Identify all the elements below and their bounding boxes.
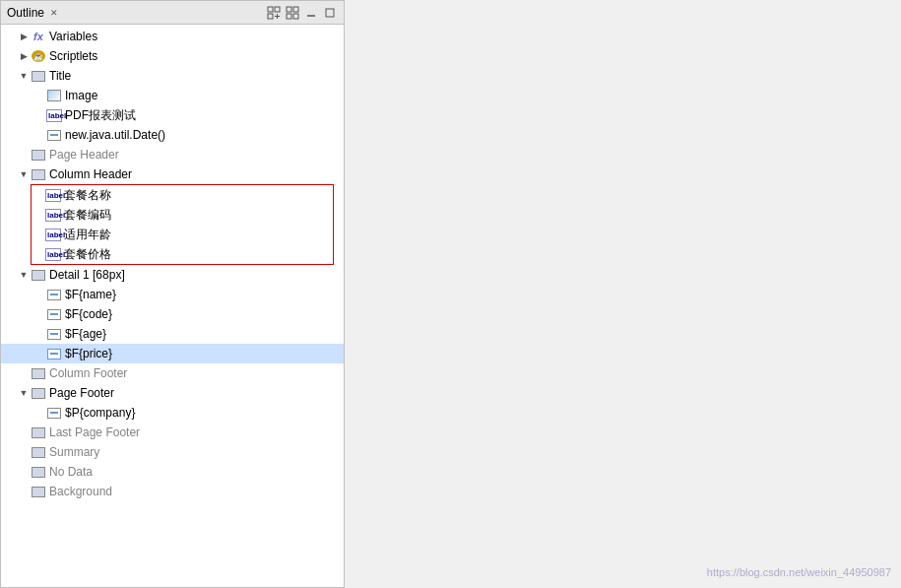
tree-item-summary[interactable]: Summary — [1, 442, 344, 462]
label-icon-ch-code: label — [45, 207, 61, 223]
tree-item-last-page-footer[interactable]: Last Page Footer — [1, 423, 344, 442]
last-page-footer-band-icon — [31, 425, 46, 440]
script-icon: ☕ — [31, 48, 46, 64]
summary-band-icon — [31, 444, 46, 460]
collapse-all-button[interactable] — [266, 5, 282, 21]
detail1-label: Detail 1 [68px] — [49, 268, 344, 282]
minimize-button[interactable] — [303, 5, 319, 21]
label-icon-pdf: label — [46, 107, 62, 123]
expand-arrow-title[interactable]: ▼ — [17, 71, 31, 81]
tree-item-detail-name[interactable]: $F{name} — [1, 285, 344, 304]
title-date-label: new.java.util.Date() — [65, 128, 344, 142]
tree-content[interactable]: ▶ fx Variables ▶ ☕ Scriptlets ▼ — [1, 25, 344, 587]
tree-item-column-footer[interactable]: Column Footer — [1, 363, 344, 383]
tree-item-ch-price[interactable]: label 套餐价格 — [32, 244, 333, 264]
close-x-icon: ✕ — [50, 8, 58, 18]
tree-item-detail-age[interactable]: $F{age} — [1, 324, 344, 344]
textfield-icon-fage — [46, 326, 62, 342]
variables-label: Variables — [49, 30, 344, 43]
background-band-icon — [31, 484, 46, 499]
tree-item-column-header[interactable]: ▼ Column Header — [1, 164, 344, 184]
svg-rect-2 — [268, 14, 273, 19]
expand-arrow-detail1[interactable]: ▼ — [17, 270, 31, 280]
expand-arrow-variables[interactable]: ▶ — [17, 32, 31, 41]
tree-item-scriptlets[interactable]: ▶ ☕ Scriptlets — [1, 46, 344, 66]
page-header-label: Page Header — [49, 148, 344, 162]
title-label: Title — [49, 69, 344, 83]
last-page-footer-label: Last Page Footer — [49, 425, 344, 439]
svg-rect-1 — [275, 7, 280, 12]
scriptlets-label: Scriptlets — [49, 49, 344, 63]
column-header-band-icon — [31, 166, 46, 182]
expand-arrow-page-footer[interactable]: ▼ — [17, 388, 31, 398]
column-header-red-box: label 套餐名称 label 套餐编码 label — [31, 184, 334, 265]
svg-rect-8 — [293, 14, 298, 19]
tree-item-page-footer[interactable]: ▼ Page Footer — [1, 383, 344, 403]
svg-rect-7 — [287, 14, 291, 19]
ch-age-label: 适用年龄 — [64, 227, 333, 243]
ch-code-label: 套餐编码 — [64, 207, 333, 224]
label-icon-ch-price: label — [45, 246, 61, 262]
tree-item-no-data[interactable]: No Data — [1, 462, 344, 482]
summary-label: Summary — [49, 445, 344, 459]
panel-title: Outline ✕ — [7, 6, 58, 20]
expand-arrow-scriptlets[interactable]: ▶ — [17, 51, 31, 61]
expand-arrow-column-header[interactable]: ▼ — [17, 169, 31, 179]
svg-rect-10 — [326, 9, 334, 17]
no-data-band-icon — [31, 464, 46, 480]
watermark: https://blog.csdn.net/weixin_44950987 — [707, 566, 891, 578]
tree-item-detail-price[interactable]: $F{price} — [1, 344, 344, 363]
textfield-icon-fprice — [46, 346, 62, 361]
tree-item-pf-company[interactable]: $P{company} — [1, 403, 344, 423]
fx-icon: fx — [31, 29, 46, 44]
tree-item-ch-age[interactable]: label 适用年龄 — [32, 225, 333, 244]
image-icon — [46, 88, 62, 103]
tree-item-title-image[interactable]: Image — [1, 86, 344, 105]
panel-toolbar — [266, 5, 338, 21]
title-image-label: Image — [65, 89, 344, 102]
textfield-icon-fname — [46, 287, 62, 302]
tree-item-detail1[interactable]: ▼ Detail 1 [68px] — [1, 265, 344, 285]
svg-rect-6 — [293, 7, 298, 12]
panel-header: Outline ✕ — [1, 1, 344, 25]
textfield-icon-date — [46, 127, 62, 143]
svg-rect-5 — [287, 7, 291, 12]
tree-item-ch-code[interactable]: label 套餐编码 — [32, 205, 333, 225]
svg-rect-0 — [268, 7, 273, 12]
pf-company-label: $P{company} — [65, 406, 344, 420]
background-label: Background — [49, 485, 344, 498]
ch-price-label: 套餐价格 — [64, 246, 333, 263]
tree-item-variables[interactable]: ▶ fx Variables — [1, 27, 344, 46]
page-footer-band-icon — [31, 385, 46, 401]
tree-item-page-header[interactable]: Page Header — [1, 145, 344, 164]
page-footer-label: Page Footer — [49, 386, 344, 400]
label-icon-ch-age: label — [45, 227, 61, 242]
no-data-label: No Data — [49, 465, 344, 479]
column-header-label: Column Header — [49, 167, 344, 181]
tree-item-background[interactable]: Background — [1, 482, 344, 501]
maximize-button[interactable] — [322, 5, 338, 21]
column-footer-label: Column Footer — [49, 366, 344, 380]
detail1-band-icon — [31, 267, 46, 283]
tree-item-title-pdf[interactable]: label PDF报表测试 — [1, 105, 344, 125]
textfield-icon-pcompany — [46, 405, 62, 421]
panel-title-text: Outline — [7, 6, 44, 20]
page-header-band-icon — [31, 147, 46, 163]
tree-item-detail-code[interactable]: $F{code} — [1, 304, 344, 324]
title-band-icon — [31, 68, 46, 84]
tree-item-title[interactable]: ▼ Title — [1, 66, 344, 86]
outline-panel: Outline ✕ — [0, 0, 345, 588]
detail-name-label: $F{name} — [65, 288, 344, 301]
column-footer-band-icon — [31, 365, 46, 381]
detail-age-label: $F{age} — [65, 327, 344, 341]
expand-all-button[interactable] — [285, 5, 300, 21]
tree-item-title-date[interactable]: new.java.util.Date() — [1, 125, 344, 145]
tree-container: ▶ fx Variables ▶ ☕ Scriptlets ▼ — [1, 25, 344, 503]
tree-item-ch-name[interactable]: label 套餐名称 — [32, 185, 333, 205]
detail-price-label: $F{price} — [65, 347, 344, 360]
title-pdf-label: PDF报表测试 — [65, 107, 344, 124]
textfield-icon-fcode — [46, 306, 62, 322]
detail-code-label: $F{code} — [65, 307, 344, 321]
ch-name-label: 套餐名称 — [64, 187, 333, 204]
label-icon-ch-name: label — [45, 187, 61, 203]
